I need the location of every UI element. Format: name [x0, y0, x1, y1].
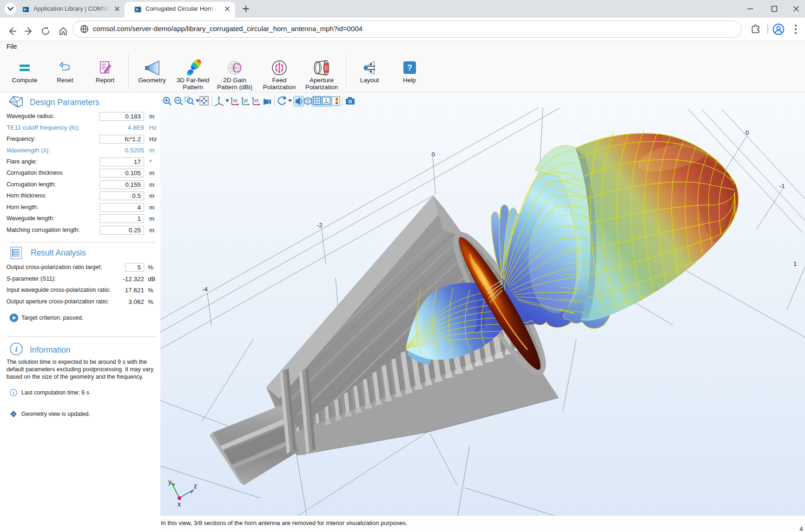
svg-text:xy: xy: [233, 98, 238, 103]
svg-text:0: 0: [431, 151, 435, 158]
svg-text:yz: yz: [244, 98, 249, 103]
svg-text:y: y: [168, 478, 172, 486]
svg-text:4: 4: [799, 525, 803, 532]
svg-text:-4: -4: [202, 286, 208, 293]
svg-text:?: ?: [407, 63, 412, 72]
svg-text:xz: xz: [255, 98, 259, 103]
svg-text:i: i: [15, 345, 18, 354]
svg-text:-2: -2: [317, 222, 323, 229]
svg-text:i: i: [13, 390, 14, 395]
svg-text:-1: -1: [779, 183, 785, 190]
svg-text:1: 1: [793, 260, 797, 267]
svg-text:x: x: [178, 500, 181, 508]
svg-text:0: 0: [746, 129, 749, 136]
svg-text:z: z: [194, 482, 197, 490]
